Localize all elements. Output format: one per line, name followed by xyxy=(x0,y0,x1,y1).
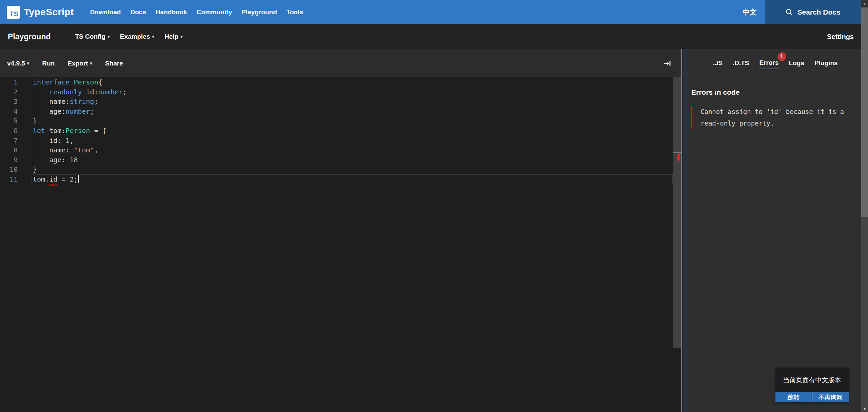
nav-item-handbook[interactable]: Handbook xyxy=(156,8,187,16)
indent-guide xyxy=(33,107,33,116)
code-line-9[interactable]: 9 age: 18 xyxy=(0,155,682,165)
code-line-3[interactable]: 3 name:string; xyxy=(0,97,682,107)
indent-guide xyxy=(33,145,33,155)
line-number: 3 xyxy=(0,97,18,107)
indent-guide xyxy=(33,136,33,146)
export-dropdown[interactable]: Export▾ xyxy=(67,60,92,67)
line-number: 6 xyxy=(0,126,18,136)
nav-item-playground[interactable]: Playground xyxy=(241,8,277,16)
chinese-version-popup: 当前页面有中文版本 跳转不再询问 xyxy=(775,368,849,402)
token: ; xyxy=(90,107,94,115)
code-text: age:number; xyxy=(18,107,94,116)
token: name: xyxy=(33,97,70,106)
tab-plugins[interactable]: Plugins xyxy=(814,58,838,69)
nav-item-download[interactable]: Download xyxy=(90,8,121,16)
code-line-2[interactable]: 2 readonly id:number; xyxy=(0,87,682,97)
line-number: 7 xyxy=(0,136,18,146)
line-number: 8 xyxy=(0,145,18,155)
token xyxy=(70,78,74,86)
menu-ts-config[interactable]: TS Config▾ xyxy=(75,33,110,40)
token xyxy=(33,88,49,96)
editor-scrollbar[interactable] xyxy=(673,77,681,348)
scroll-down-arrow-icon[interactable]: ▼ xyxy=(861,407,868,411)
code-line-4[interactable]: 4 age:number; xyxy=(0,107,682,116)
collapse-sidebar-button[interactable] xyxy=(663,60,672,67)
tab-d-ts[interactable]: .D.TS xyxy=(733,58,749,69)
code-text: } xyxy=(18,165,37,174)
playground-bar: Playground TS Config▾Examples▾Help▾ Sett… xyxy=(0,24,861,49)
error-underlined-token: id xyxy=(49,175,57,183)
search-docs-label: Search Docs xyxy=(797,8,840,16)
code-line-8[interactable]: 8 name: "tom", xyxy=(0,145,682,155)
page-title: Playground xyxy=(8,32,51,41)
token: tom. xyxy=(33,175,49,183)
token: 18 xyxy=(70,156,78,164)
indent-guide xyxy=(33,97,33,107)
indent-guide xyxy=(33,155,33,165)
menu-help[interactable]: Help▾ xyxy=(164,33,183,40)
token: Person xyxy=(74,78,98,86)
token: string xyxy=(70,97,94,106)
run-button[interactable]: Run xyxy=(42,60,55,67)
code-line-11[interactable]: 11tom.id = 2; xyxy=(0,174,682,184)
chevron-down-icon: ▾ xyxy=(152,34,154,39)
code-line-10[interactable]: 10} xyxy=(0,165,682,174)
popup-buttons: 跳转不再询问 xyxy=(775,392,849,402)
code-lines: 1interface Person{2 readonly id:number;3… xyxy=(0,77,682,184)
main-row: v4.9.5▾ Run Export▾ Share 1interface Per… xyxy=(0,49,861,412)
line-number: 11 xyxy=(0,174,18,184)
editor-column: v4.9.5▾ Run Export▾ Share 1interface Per… xyxy=(0,49,682,412)
chevron-down-icon: ▾ xyxy=(180,34,183,39)
code-text: name: "tom", xyxy=(18,145,98,155)
code-text: age: 18 xyxy=(18,155,78,165)
scroll-up-arrow-icon[interactable]: ▲ xyxy=(861,0,868,7)
popup-go-button[interactable]: 跳转 xyxy=(775,392,812,402)
token: id: xyxy=(33,136,65,145)
sidebar-tabs: .JS.D.TSErrors1LogsPlugins xyxy=(689,49,861,77)
sidebar-resize-handle[interactable] xyxy=(682,49,689,412)
editor-toolbar: v4.9.5▾ Run Export▾ Share xyxy=(0,49,682,77)
error-count-badge: 1 xyxy=(777,52,786,61)
code-text: name:string; xyxy=(18,97,98,107)
token: age: xyxy=(33,107,65,115)
token: interface xyxy=(33,78,70,86)
version-dropdown[interactable]: v4.9.5▾ xyxy=(7,60,29,67)
token: 2 xyxy=(70,175,74,183)
token: number xyxy=(98,88,123,96)
language-toggle-link[interactable]: 中文 xyxy=(743,7,757,17)
code-editor[interactable]: 1interface Person{2 readonly id:number;3… xyxy=(0,77,682,412)
code-line-6[interactable]: 6let tom:Person = { xyxy=(0,126,682,136)
text-cursor xyxy=(78,175,79,183)
tab-js[interactable]: .JS xyxy=(713,58,723,69)
nav-item-tools[interactable]: Tools xyxy=(287,8,303,16)
popup-dismiss-button[interactable]: 不再询问 xyxy=(812,392,849,402)
code-text: interface Person{ xyxy=(18,77,102,87)
site-title[interactable]: TypeScript xyxy=(24,7,74,18)
code-text: readonly id:number; xyxy=(18,87,127,97)
playground-menus: TS Config▾Examples▾Help▾ xyxy=(75,33,183,40)
tab-errors[interactable]: Errors1 xyxy=(760,58,779,69)
code-line-1[interactable]: 1interface Person{ xyxy=(0,77,682,87)
token: name: xyxy=(33,146,74,154)
tab-logs[interactable]: Logs xyxy=(789,58,804,69)
settings-button[interactable]: Settings xyxy=(827,33,854,41)
nav-item-community[interactable]: Community xyxy=(197,8,232,16)
chevron-down-icon: ▾ xyxy=(90,61,92,66)
nav-item-docs[interactable]: Docs xyxy=(130,8,146,16)
token: } xyxy=(33,165,37,173)
line-number: 5 xyxy=(0,116,18,126)
search-docs-button[interactable]: Search Docs xyxy=(765,0,861,24)
typescript-logo-icon[interactable]: TS xyxy=(7,6,20,19)
menu-examples[interactable]: Examples▾ xyxy=(120,33,154,40)
share-button[interactable]: Share xyxy=(105,60,123,67)
line-number: 1 xyxy=(0,77,18,87)
indent-guide xyxy=(33,87,33,97)
token: , xyxy=(70,136,74,145)
popup-message: 当前页面有中文版本 xyxy=(775,368,849,392)
page-scrollbar-thumb[interactable] xyxy=(861,7,868,217)
page-scrollbar[interactable]: ▲ ▼ xyxy=(861,0,868,412)
arrow-to-bar-icon xyxy=(663,60,672,67)
top-nav: TS TypeScript DownloadDocsHandbookCommun… xyxy=(0,0,861,24)
code-line-7[interactable]: 7 id: 1, xyxy=(0,136,682,146)
code-line-5[interactable]: 5} xyxy=(0,116,682,126)
